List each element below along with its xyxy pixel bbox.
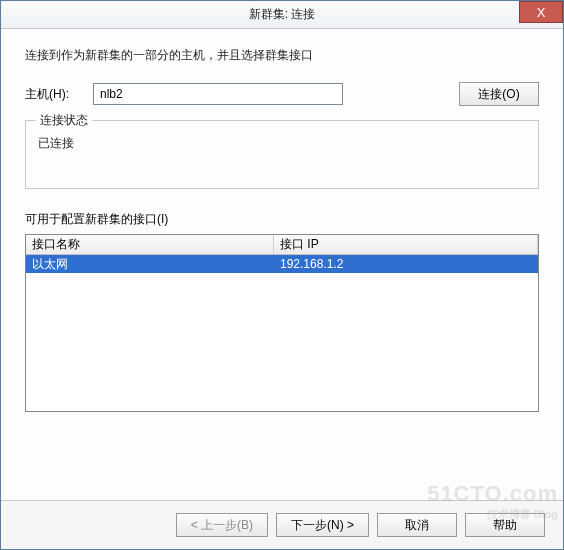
cell-interface-ip: 192.168.1.2 — [274, 256, 538, 272]
listview-header: 接口名称 接口 IP — [26, 235, 538, 255]
close-button[interactable]: X — [519, 1, 563, 23]
host-input[interactable] — [93, 83, 343, 105]
cancel-button[interactable]: 取消 — [377, 513, 457, 537]
host-label: 主机(H): — [25, 86, 83, 103]
column-interface-ip[interactable]: 接口 IP — [274, 235, 538, 254]
interfaces-listview[interactable]: 接口名称 接口 IP 以太网192.168.1.2 — [25, 234, 539, 412]
interfaces-label: 可用于配置新群集的接口(I) — [25, 211, 539, 228]
table-row[interactable]: 以太网192.168.1.2 — [26, 255, 538, 273]
connect-button[interactable]: 连接(O) — [459, 82, 539, 106]
dialog-window: 新群集: 连接 X 连接到作为新群集的一部分的主机，并且选择群集接口 主机(H)… — [0, 0, 564, 550]
host-row: 主机(H): 连接(O) — [25, 82, 539, 106]
window-title: 新群集: 连接 — [249, 6, 316, 23]
instruction-text: 连接到作为新群集的一部分的主机，并且选择群集接口 — [25, 47, 539, 64]
column-interface-name[interactable]: 接口名称 — [26, 235, 274, 254]
content-area: 连接到作为新群集的一部分的主机，并且选择群集接口 主机(H): 连接(O) 连接… — [1, 29, 563, 500]
next-button[interactable]: 下一步(N) > — [276, 513, 369, 537]
listview-rows: 以太网192.168.1.2 — [26, 255, 538, 411]
help-button[interactable]: 帮助 — [465, 513, 545, 537]
connection-status-title: 连接状态 — [36, 112, 92, 129]
cell-interface-name: 以太网 — [26, 255, 274, 274]
footer-buttons: < 上一步(B) 下一步(N) > 取消 帮助 — [1, 500, 563, 549]
connection-status-group: 连接状态 已连接 — [25, 120, 539, 189]
back-button[interactable]: < 上一步(B) — [176, 513, 268, 537]
title-bar: 新群集: 连接 X — [1, 1, 563, 29]
close-icon: X — [537, 5, 546, 20]
connection-status-text: 已连接 — [36, 129, 528, 178]
